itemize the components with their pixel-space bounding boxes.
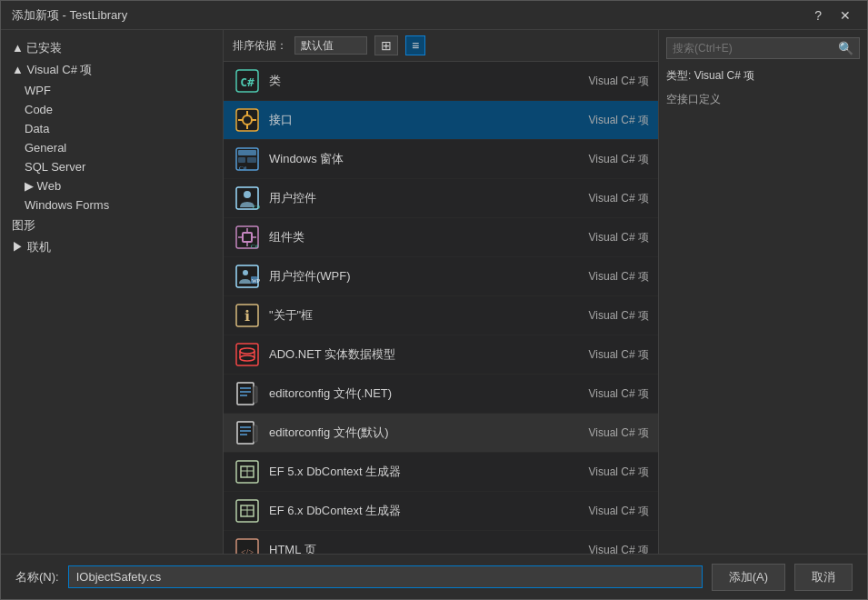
svg-text:ℹ: ℹ (244, 308, 250, 324)
item-component-class[interactable]: C# 组件类 Visual C# 项 (224, 218, 658, 257)
about-box-icon: ℹ (233, 301, 262, 330)
editorconfig-net-icon (233, 379, 262, 408)
search-icon: 🔍 (838, 41, 853, 55)
sidebar-item-sql-server[interactable]: SQL Server (1, 157, 223, 176)
titlebar-controls: ? ✕ (809, 6, 856, 25)
about-box-name: "关于"框 (269, 307, 589, 324)
adonet-icon (233, 340, 262, 369)
svg-rect-9 (238, 150, 256, 155)
svg-point-24 (243, 270, 248, 275)
content-area: ▲ 已安装 ▲ Visual C# 项 WPF Code Data Genera… (1, 30, 867, 554)
info-type: 类型: Visual C# 项 (666, 66, 860, 86)
web-label: ▶ Web (25, 179, 212, 193)
left-panel: ▲ 已安装 ▲ Visual C# 项 WPF Code Data Genera… (1, 30, 224, 554)
editorconfig-default-icon (233, 418, 262, 447)
windows-form-name: Windows 窗体 (269, 151, 589, 167)
html-page-name: HTML 页 (269, 542, 589, 554)
close-button[interactable]: ✕ (834, 6, 856, 25)
svg-rect-39 (237, 422, 254, 444)
item-user-control[interactable]: C# 用户控件 Visual C# 项 (224, 179, 658, 218)
ef6-category: Visual C# 项 (589, 504, 649, 519)
interface-category: Visual C# 项 (589, 113, 649, 128)
item-editorconfig-net[interactable]: editorconfig 文件(.NET) Visual C# 项 (224, 375, 658, 414)
items-list: C# 类 Visual C# 项 (224, 62, 658, 554)
sidebar-item-data[interactable]: Data (1, 119, 223, 138)
help-button[interactable]: ? (809, 6, 827, 25)
sidebar-item-wpf[interactable]: WPF (1, 81, 223, 100)
search-input[interactable] (673, 42, 838, 55)
tuoxing-label: 图形 (12, 217, 212, 234)
general-label: General (25, 141, 212, 155)
editorconfig-default-name: editorconfig 文件(默认) (269, 425, 589, 441)
interface-icon (233, 105, 262, 135)
svg-rect-40 (254, 425, 257, 442)
class-name: 类 (269, 73, 589, 89)
sidebar-item-visual-csharp[interactable]: ▲ Visual C# 项 (1, 59, 223, 81)
component-class-category: Visual C# 项 (589, 230, 649, 245)
filename-input[interactable] (68, 565, 703, 588)
search-bar: 🔍 (666, 37, 860, 59)
svg-point-14 (244, 191, 251, 198)
sidebar-item-tuoxing[interactable]: 图形 (1, 215, 223, 236)
item-adonet[interactable]: ADO.NET 实体数据模型 Visual C# 项 (224, 335, 658, 375)
name-label: 名称(N): (15, 569, 59, 585)
sql-server-label: SQL Server (25, 160, 212, 174)
editorconfig-default-category: Visual C# 项 (589, 425, 649, 441)
item-user-control-wpf[interactable]: WPF 用户控件(WPF) Visual C# 项 (224, 257, 658, 296)
installed-header: ▲ 已安装 (1, 37, 223, 59)
class-icon: C# (233, 66, 262, 95)
item-editorconfig-default[interactable]: editorconfig 文件(默认) Visual C# 项 (224, 414, 658, 453)
ef6-icon (233, 496, 262, 525)
ef5-category: Visual C# 项 (589, 465, 649, 480)
class-category: Visual C# 项 (589, 74, 649, 89)
svg-rect-11 (247, 157, 256, 163)
user-control-wpf-category: Visual C# 项 (589, 269, 649, 285)
lianji-label: ▶ 联机 (12, 239, 212, 255)
item-about-box[interactable]: ℹ "关于"框 Visual C# 项 (224, 296, 658, 335)
adonet-category: Visual C# 项 (589, 347, 649, 363)
user-control-wpf-name: 用户控件(WPF) (269, 268, 589, 285)
wpf-label: WPF (25, 84, 212, 97)
ef5-icon (233, 457, 262, 486)
bottom-bar: 名称(N): 添加(A) 取消 (1, 554, 867, 599)
user-control-name: 用户控件 (269, 190, 589, 206)
sort-label: 排序依据： (233, 38, 287, 54)
sidebar-item-lianji[interactable]: ▶ 联机 (1, 236, 223, 258)
dialog-title: 添加新项 - TestLibrary (12, 7, 127, 24)
right-panel: 🔍 类型: Visual C# 项 空接口定义 (658, 30, 867, 554)
add-button[interactable]: 添加(A) (712, 564, 785, 591)
sidebar-item-windows-forms[interactable]: Windows Forms (1, 195, 223, 215)
list-view-button[interactable]: ≡ (405, 35, 425, 55)
component-class-name: 组件类 (269, 229, 589, 245)
user-control-category: Visual C# 项 (589, 191, 649, 206)
html-page-icon: </> (233, 535, 262, 554)
middle-toolbar: 排序依据： 默认值 名称 类型 ⊞ ≡ (224, 30, 658, 62)
item-class[interactable]: C# 类 Visual C# 项 (224, 62, 658, 101)
svg-rect-35 (254, 386, 257, 403)
titlebar: 添加新项 - TestLibrary ? ✕ (1, 1, 867, 30)
windows-form-icon: C# (233, 145, 262, 174)
right-info: 类型: Visual C# 项 空接口定义 (666, 66, 860, 109)
component-class-icon: C# (233, 223, 262, 252)
sidebar-item-web[interactable]: ▶ Web (1, 176, 223, 195)
sort-select[interactable]: 默认值 名称 类型 (294, 36, 367, 55)
middle-panel: 排序依据： 默认值 名称 类型 ⊞ ≡ C# (224, 30, 658, 554)
svg-rect-10 (238, 157, 245, 163)
windows-forms-label: Windows Forms (25, 198, 212, 212)
item-ef5[interactable]: EF 5.x DbContext 生成器 Visual C# 项 (224, 453, 658, 492)
item-windows-form[interactable]: C# Windows 窗体 Visual C# 项 (224, 140, 658, 179)
visual-csharp-label: ▲ Visual C# 项 (12, 62, 212, 78)
cancel-button[interactable]: 取消 (794, 564, 853, 591)
svg-text:C#: C# (239, 165, 247, 172)
data-label: Data (25, 122, 212, 135)
about-box-category: Visual C# 项 (589, 308, 649, 324)
grid-view-button[interactable]: ⊞ (374, 35, 398, 55)
item-ef6[interactable]: EF 6.x DbContext 生成器 Visual C# 项 (224, 492, 658, 531)
adonet-name: ADO.NET 实体数据模型 (269, 346, 589, 363)
item-interface[interactable]: 接口 Visual C# 项 (224, 101, 658, 140)
item-html-page[interactable]: </> HTML 页 Visual C# 项 (224, 531, 658, 554)
sidebar-item-code[interactable]: Code (1, 100, 223, 119)
sidebar-item-general[interactable]: General (1, 138, 223, 157)
code-label: Code (25, 103, 212, 116)
svg-text:WPF: WPF (252, 278, 260, 284)
